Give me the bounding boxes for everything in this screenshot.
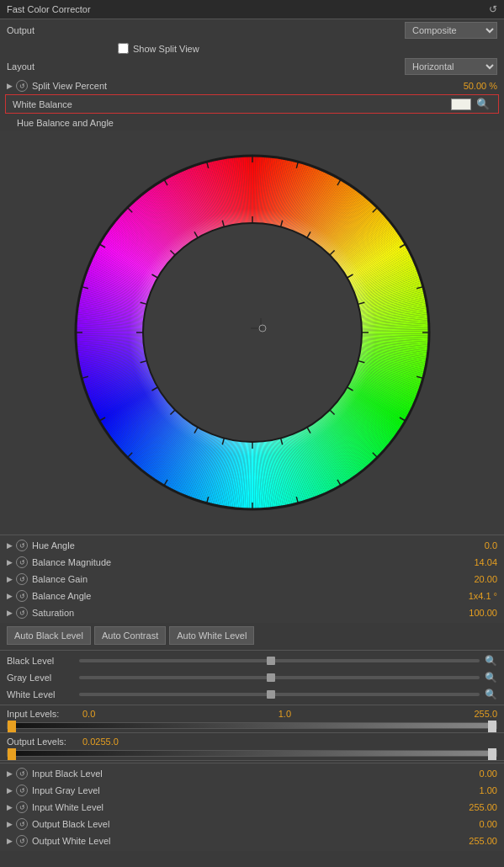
gray-level-row: Gray Level 🔍	[0, 669, 504, 686]
balance-angle-value: 1x4.1 °	[447, 591, 497, 601]
input-white-arrow[interactable]: ▶	[7, 803, 13, 811]
show-split-view-row: Show Split View	[0, 41, 504, 56]
show-split-view-checkbox[interactable]	[118, 43, 129, 54]
divider-1	[0, 650, 504, 651]
input-gray-arrow[interactable]: ▶	[7, 786, 13, 795]
divider-4	[0, 760, 504, 761]
white-balance-label: White Balance	[13, 99, 451, 109]
output-white-value: 255.00	[447, 836, 497, 846]
balance-gain-icon: ↺	[16, 573, 28, 585]
split-view-icon: ↺	[16, 80, 28, 92]
gray-level-slider-container[interactable]	[79, 672, 480, 683]
gray-level-track	[79, 676, 480, 679]
black-level-track	[79, 659, 480, 662]
output-black-level-row: ▶ ↺ Output Black Level 0.00	[0, 816, 504, 832]
input-levels-title: Input Levels:	[7, 709, 82, 719]
input-white-value: 255.00	[447, 802, 497, 812]
divider-3	[0, 732, 504, 733]
balance-angle-label: Balance Angle	[32, 591, 447, 601]
split-view-label: Split View Percent	[32, 81, 464, 91]
auto-black-level-button[interactable]: Auto Black Level	[7, 626, 91, 645]
hue-angle-row: ▶ ↺ Hue Angle 0.0	[0, 537, 504, 554]
balance-gain-row: ▶ ↺ Balance Gain 20.00	[0, 571, 504, 588]
output-black-icon: ↺	[16, 818, 28, 830]
white-level-track	[79, 693, 480, 696]
eyedropper-button[interactable]: 🔍	[475, 98, 491, 110]
output-select[interactable]: Composite Source Output	[405, 22, 497, 39]
divider-2	[0, 705, 504, 705]
balance-magnitude-arrow[interactable]: ▶	[7, 558, 13, 566]
black-level-thumb[interactable]	[267, 657, 275, 665]
input-levels-slider-row[interactable]	[0, 721, 504, 731]
hue-angle-label: Hue Angle	[32, 540, 447, 551]
title-bar: Fast Color Corrector ↺	[0, 0, 504, 19]
split-view-value: 50.00 %	[464, 81, 497, 91]
params-section: ▶ ↺ Hue Angle 0.0 ▶ ↺ Balance Magnitude …	[0, 535, 504, 623]
layout-select[interactable]: Horizontal Vertical	[405, 58, 497, 75]
hue-balance-row: Hue Balance and Angle	[0, 115, 504, 130]
black-level-label: Black Level	[7, 656, 74, 666]
input-levels-handle-right[interactable]	[488, 721, 496, 732]
white-level-slider-container[interactable]	[79, 689, 480, 700]
black-level-eyedropper[interactable]: 🔍	[485, 655, 497, 667]
input-levels-values: 0.0 1.0 255.0	[82, 709, 497, 719]
balance-gain-arrow[interactable]: ▶	[7, 575, 13, 583]
balance-angle-arrow[interactable]: ▶	[7, 592, 13, 600]
gray-level-eyedropper[interactable]: 🔍	[485, 672, 497, 683]
input-gray-icon: ↺	[16, 785, 28, 796]
output-label: Output	[7, 25, 116, 35]
input-black-icon: ↺	[16, 768, 28, 779]
balance-gain-value: 20.00	[447, 574, 497, 584]
balance-magnitude-value: 14.04	[447, 557, 497, 567]
auto-contrast-button[interactable]: Auto Contrast	[94, 626, 166, 645]
output-levels-row: Output Levels: 0.0 255.0	[0, 735, 504, 748]
input-levels-handle-left[interactable]	[8, 721, 16, 732]
layout-row: Layout Horizontal Vertical	[0, 56, 504, 77]
input-black-label: Input Black Level	[32, 769, 447, 779]
color-wheel-canvas[interactable]	[59, 139, 446, 526]
input-level-min: 0.0	[82, 709, 95, 719]
input-levels-slider[interactable]	[7, 722, 497, 729]
auto-white-level-button[interactable]: Auto White Level	[169, 626, 254, 645]
output-levels-handle-right[interactable]	[488, 748, 496, 760]
color-wheel-container[interactable]	[0, 130, 504, 535]
output-black-value: 0.00	[447, 819, 497, 829]
title-bar-title: Fast Color Corrector	[7, 4, 91, 14]
layout-label: Layout	[7, 61, 116, 72]
input-white-icon: ↺	[16, 801, 28, 813]
split-view-arrow[interactable]: ▶	[7, 82, 13, 90]
black-level-slider-container[interactable]	[79, 655, 480, 667]
input-black-arrow[interactable]: ▶	[7, 769, 13, 778]
output-levels-slider-row[interactable]	[0, 748, 504, 758]
input-gray-level-row: ▶ ↺ Input Gray Level 1.00	[0, 782, 504, 799]
black-level-row: Black Level 🔍	[0, 652, 504, 669]
white-level-thumb[interactable]	[267, 690, 275, 699]
gray-level-thumb[interactable]	[267, 673, 275, 682]
saturation-value: 100.00	[447, 608, 497, 618]
output-black-arrow[interactable]: ▶	[7, 820, 13, 828]
balance-magnitude-icon: ↺	[16, 556, 28, 568]
input-black-value: 0.00	[447, 769, 497, 779]
split-view-percent-row: ▶ ↺ Split View Percent 50.00 %	[0, 77, 504, 94]
hue-angle-arrow[interactable]: ▶	[7, 541, 13, 550]
saturation-row: ▶ ↺ Saturation 100.00	[0, 604, 504, 621]
white-balance-row: White Balance 🔍	[5, 94, 499, 114]
output-white-icon: ↺	[16, 835, 28, 847]
white-level-eyedropper[interactable]: 🔍	[485, 689, 497, 700]
output-white-level-row: ▶ ↺ Output White Level 255.00	[0, 832, 504, 849]
hue-balance-label: Hue Balance and Angle	[17, 118, 114, 128]
white-balance-swatch[interactable]	[451, 98, 471, 110]
saturation-arrow[interactable]: ▶	[7, 609, 13, 617]
balance-angle-row: ▶ ↺ Balance Angle 1x4.1 °	[0, 588, 504, 604]
input-gray-label: Input Gray Level	[32, 785, 447, 795]
saturation-icon: ↺	[16, 607, 28, 619]
input-black-level-row: ▶ ↺ Input Black Level 0.00	[0, 765, 504, 782]
output-level-min: 0.0	[82, 737, 95, 747]
output-white-arrow[interactable]: ▶	[7, 837, 13, 845]
input-white-label: Input White Level	[32, 802, 447, 812]
output-levels-slider[interactable]	[7, 750, 497, 757]
gray-level-label: Gray Level	[7, 673, 74, 683]
show-split-view-label: Show Split View	[133, 44, 199, 54]
refresh-icon[interactable]: ↺	[489, 3, 497, 15]
output-levels-handle-left[interactable]	[8, 748, 16, 760]
